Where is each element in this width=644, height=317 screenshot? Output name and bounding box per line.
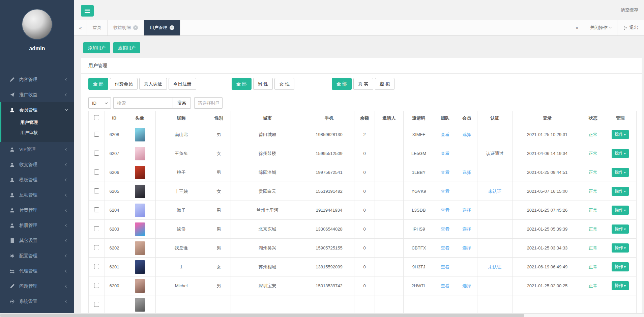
team-view-link[interactable]: 查看 [441, 170, 449, 175]
sidebar-item[interactable]: 问题管理 [0, 279, 74, 294]
sidebar-item[interactable]: 内容管理 [0, 72, 74, 87]
sidebar-subitem[interactable]: 用户管理 [1, 117, 74, 128]
panel-title: 用户管理 [81, 58, 642, 74]
tab-close-icon[interactable]: × [170, 25, 174, 30]
tab-item[interactable]: 首页 [87, 20, 108, 35]
row-actions-button[interactable]: 操作 ▾ [612, 130, 629, 139]
chevron-left-icon [65, 93, 68, 96]
row-checkbox[interactable] [94, 151, 99, 156]
user-avatar[interactable] [135, 260, 145, 274]
row-actions-button[interactable]: 操作 ▾ [612, 149, 629, 158]
user-avatar[interactable] [135, 166, 145, 179]
time-picker-input[interactable] [194, 97, 223, 109]
sidebar-item[interactable]: 互动管理 [0, 187, 74, 203]
table-row: 6205十三姨女贵阳白云155191914820YGVK9查看未认证2021-0… [89, 182, 637, 201]
sidebar-item[interactable]: VIP管理 [0, 142, 74, 157]
user-avatar[interactable] [135, 298, 145, 312]
row-manage-cell: 操作 ▾ [604, 220, 637, 239]
filter-button[interactable]: 真 实 [353, 78, 373, 90]
row-actions-button[interactable]: 操作 ▾ [612, 168, 629, 177]
member-select-link[interactable]: 选择 [462, 245, 471, 250]
row-checkbox[interactable] [94, 226, 99, 231]
row-checkbox[interactable] [94, 188, 99, 193]
menu-toggle-button[interactable] [81, 5, 94, 17]
auth-status[interactable]: 未认证 [488, 264, 501, 269]
tab-close-icon[interactable]: × [133, 25, 138, 30]
tab-item[interactable]: 收益明细× [108, 20, 144, 35]
row-checkbox[interactable] [94, 302, 99, 307]
filter-button[interactable]: 付费会员 [110, 78, 138, 90]
filter-button[interactable]: 女 性 [274, 78, 294, 90]
row-checkbox[interactable] [94, 169, 99, 175]
sidebar-item[interactable]: 会员管理 [1, 102, 74, 117]
sidebar-item[interactable]: 收支管理 [0, 157, 74, 172]
virtual-user-button[interactable]: 虚拟用户 [113, 42, 140, 53]
sidebar-item[interactable]: 模板管理 [0, 172, 74, 187]
auth-status: 认证通过 [486, 151, 504, 156]
filter-button[interactable]: 全 部 [88, 78, 108, 90]
sidebar-item[interactable]: 其它设置 [0, 233, 74, 248]
add-user-button[interactable]: 添加用户 [83, 42, 110, 53]
close-ops-dropdown[interactable]: 关闭操作 [584, 20, 617, 35]
team-view-link[interactable]: 查看 [441, 151, 449, 156]
member-select-link[interactable]: 选择 [462, 227, 471, 232]
tabs-scroll-right-icon[interactable]: » [570, 20, 584, 35]
row-actions-button[interactable]: 操作 ▾ [612, 224, 629, 234]
row-checkbox[interactable] [94, 245, 99, 250]
team-view-link[interactable]: 查看 [441, 283, 449, 288]
member-select-link[interactable]: 选择 [462, 208, 471, 213]
user-avatar[interactable] [135, 222, 145, 236]
team-view-link[interactable]: 查看 [441, 227, 449, 232]
row-actions-button[interactable]: 操作 ▾ [612, 243, 629, 253]
team-view-link[interactable]: 查看 [441, 264, 449, 269]
filter-button[interactable]: 男 性 [253, 78, 273, 90]
search-button[interactable]: 搜索 [173, 97, 191, 109]
row-checkbox[interactable] [94, 264, 99, 269]
row-checkbox[interactable] [94, 132, 99, 137]
search-field-select[interactable]: ID [88, 97, 111, 109]
sidebar-item[interactable]: 付费管理 [0, 203, 74, 218]
team-view-link[interactable]: 查看 [441, 132, 449, 137]
user-avatar[interactable] [135, 147, 145, 160]
sidebar-item[interactable]: 代理管理 [0, 263, 74, 279]
row-select-cell [89, 163, 105, 182]
logout-button[interactable]: 退出 [617, 20, 644, 35]
member-select-link[interactable]: 选择 [462, 132, 471, 137]
sidebar-item[interactable]: 配置管理 [0, 248, 74, 263]
filter-button[interactable]: 今日注册 [169, 78, 196, 90]
team-view-link[interactable]: 查看 [441, 208, 449, 213]
search-input[interactable] [113, 97, 173, 109]
sidebar-item[interactable]: 推广收益 [0, 87, 74, 102]
row-actions-button[interactable]: 操作 ▾ [612, 206, 629, 215]
auth-status[interactable]: 未认证 [488, 189, 501, 194]
user-avatar[interactable] [135, 204, 145, 217]
row-checkbox[interactable] [94, 207, 99, 212]
sidebar-item[interactable]: 相册管理 [0, 218, 74, 233]
member-select-link[interactable]: 选择 [462, 283, 471, 288]
horizontal-scrollbar[interactable] [0, 313, 644, 317]
sidebar-subitem[interactable]: 用户审核 [1, 128, 74, 138]
filter-button[interactable]: 真人认证 [139, 78, 167, 90]
user-avatar[interactable] [135, 279, 145, 293]
row-checkbox[interactable] [94, 283, 99, 288]
sidebar-item[interactable]: 系统设置 [0, 294, 74, 309]
user-avatar[interactable] [135, 128, 145, 141]
filter-button[interactable]: 全 部 [232, 78, 252, 90]
tabs-scroll-left-icon[interactable]: « [74, 20, 87, 35]
filter-button[interactable]: 全 部 [332, 78, 352, 90]
member-select-link[interactable]: 选择 [462, 170, 471, 175]
user-avatar[interactable] [135, 241, 145, 255]
team-view-link[interactable]: 查看 [441, 189, 449, 194]
filter-button[interactable]: 虚 拟 [375, 78, 395, 90]
user-avatar[interactable] [135, 185, 145, 198]
select-all-checkbox[interactable] [94, 115, 99, 120]
clear-cache-link[interactable]: 清空缓存 [621, 7, 638, 13]
horizontal-scrollbar-thumb[interactable] [0, 314, 524, 317]
row-actions-button[interactable]: 操作 ▾ [612, 262, 629, 271]
team-view-link[interactable]: 查看 [441, 245, 449, 250]
avatar[interactable] [22, 9, 53, 40]
row-status-cell: 正常 [582, 258, 604, 276]
row-actions-button[interactable]: 操作 ▾ [612, 187, 629, 196]
row-actions-button[interactable]: 操作 ▾ [612, 281, 629, 290]
tab-item[interactable]: 用户管理× [144, 20, 180, 35]
